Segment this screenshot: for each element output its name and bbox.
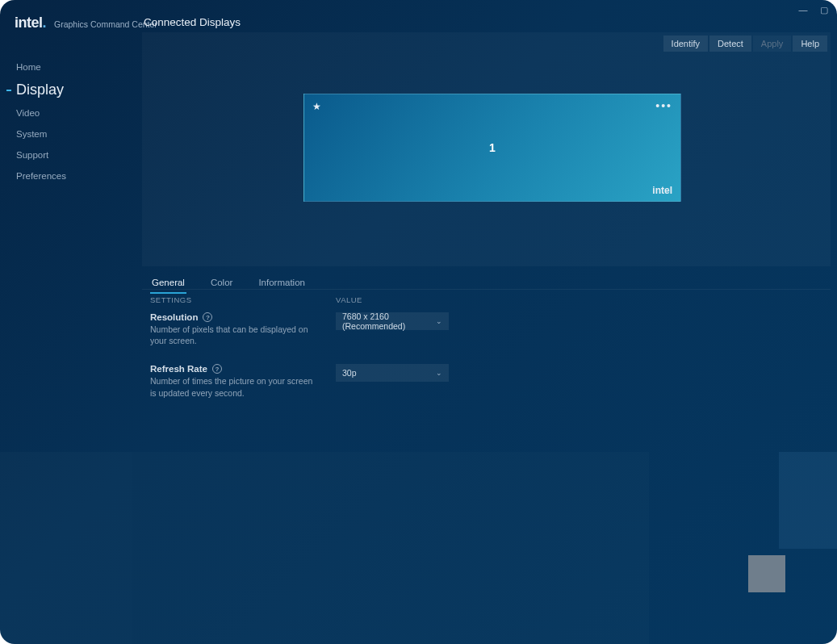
resolution-value: 7680 x 2160 (Recommended)	[342, 312, 436, 331]
help-icon[interactable]: ?	[212, 364, 222, 374]
detect-button[interactable]: Detect	[709, 36, 751, 52]
sidebar-item-display[interactable]: Display	[0, 77, 132, 102]
help-icon[interactable]: ?	[203, 312, 212, 322]
refresh-label: Refresh Rate	[150, 364, 207, 374]
identify-button[interactable]: Identify	[663, 36, 708, 52]
maximize-button[interactable]: ▢	[819, 5, 829, 15]
toolbar: Identify Detect Apply Help	[663, 36, 827, 52]
bg-block	[748, 555, 785, 592]
settings-area: SETTINGS VALUE Resolution ? Number of pi…	[150, 295, 831, 416]
page-title: Connected Displays	[144, 16, 241, 28]
resolution-select[interactable]: 7680 x 2160 (Recommended) ⌄	[336, 312, 449, 330]
sidebar-item-system[interactable]: System	[0, 123, 132, 144]
sidebar: Home Display Video System Support Prefer…	[0, 56, 132, 186]
app-window: — ▢ intel Graphics Command Center Home D…	[0, 0, 837, 644]
tab-information[interactable]: Information	[257, 274, 307, 294]
sidebar-item-support[interactable]: Support	[0, 144, 132, 165]
refresh-desc: Number of times the picture on your scre…	[150, 375, 320, 398]
bg-block	[132, 452, 649, 644]
row-resolution: Resolution ? Number of pixels that can b…	[150, 312, 831, 346]
help-button[interactable]: Help	[793, 36, 827, 52]
sidebar-item-video[interactable]: Video	[0, 102, 132, 123]
sidebar-item-preferences[interactable]: Preferences	[0, 165, 132, 186]
primary-star-icon: ★	[312, 101, 321, 112]
display-brand: intel	[652, 185, 672, 196]
refresh-value: 30p	[342, 368, 357, 378]
bg-block	[779, 452, 837, 549]
intel-logo: intel	[15, 15, 46, 31]
sidebar-item-home[interactable]: Home	[0, 56, 132, 77]
minimize-button[interactable]: —	[798, 5, 808, 15]
display-card-1[interactable]: ★ ••• 1 intel	[303, 94, 681, 202]
col-header-settings: SETTINGS	[150, 295, 336, 304]
col-header-value: VALUE	[336, 295, 362, 304]
bg-block	[0, 452, 132, 644]
display-number: 1	[489, 141, 496, 154]
display-more-icon[interactable]: •••	[655, 99, 672, 112]
chevron-down-icon: ⌄	[436, 369, 442, 377]
brand-block: intel Graphics Command Center	[15, 15, 157, 31]
resolution-label: Resolution	[150, 312, 198, 322]
tab-color[interactable]: Color	[209, 274, 234, 294]
chevron-down-icon: ⌄	[436, 317, 442, 325]
apply-button: Apply	[753, 36, 792, 52]
app-subtitle: Graphics Command Center	[54, 19, 157, 29]
refresh-select[interactable]: 30p ⌄	[336, 364, 449, 382]
tabs: General Color Information	[150, 274, 307, 294]
tab-general[interactable]: General	[150, 274, 186, 294]
window-controls: — ▢	[798, 5, 829, 15]
tabs-divider	[142, 289, 831, 290]
row-refresh: Refresh Rate ? Number of times the pictu…	[150, 364, 831, 398]
resolution-desc: Number of pixels that can be displayed o…	[150, 324, 320, 346]
